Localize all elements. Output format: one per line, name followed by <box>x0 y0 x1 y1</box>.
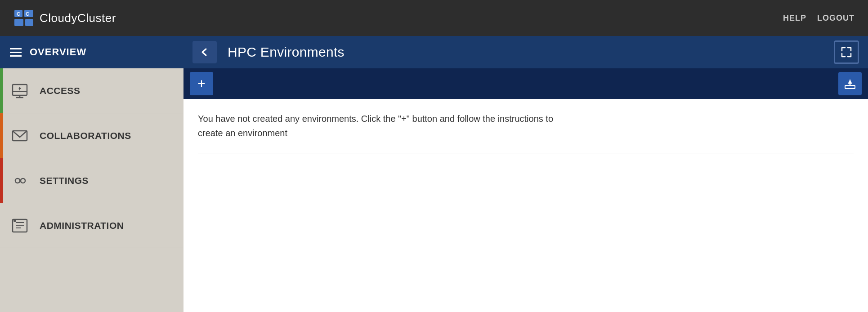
settings-label: SETTINGS <box>40 175 89 186</box>
accent-collaborations <box>0 113 3 158</box>
content-divider <box>198 153 854 153</box>
accent-administration <box>0 203 3 248</box>
collaborations-label: COLLABORATIONS <box>40 130 131 141</box>
hamburger-line-3 <box>10 55 22 57</box>
access-label: ACCESS <box>40 85 81 96</box>
sidebar-overview[interactable]: OVERVIEW <box>0 36 183 68</box>
overview-label: OVERVIEW <box>30 46 86 58</box>
sidebar-item-administration[interactable]: ADMINISTRATION <box>0 203 183 248</box>
collaborations-icon <box>10 126 30 146</box>
sidebar-item-access[interactable]: ACCESS <box>0 68 183 113</box>
add-environment-button[interactable]: + <box>190 72 213 95</box>
back-button[interactable] <box>192 41 217 63</box>
access-icon <box>10 81 30 101</box>
help-link[interactable]: HELP <box>783 13 806 23</box>
expand-button[interactable] <box>834 40 859 64</box>
sidebar-item-settings[interactable]: SETTINGS <box>0 158 183 203</box>
svg-point-12 <box>15 178 20 183</box>
svg-text:C: C <box>17 11 20 17</box>
sidebar-nav: ACCESS COLLABORATIONS <box>0 68 183 312</box>
upload-button[interactable] <box>838 72 862 95</box>
hamburger-icon[interactable] <box>10 48 22 57</box>
sidebar-item-collaborations[interactable]: COLLABORATIONS <box>0 113 183 158</box>
brand: C C CloudyCluster <box>13 9 116 27</box>
hamburger-line-1 <box>10 48 22 49</box>
brand-logo: C C <box>13 9 34 27</box>
svg-text:C: C <box>26 11 29 17</box>
sidebar: OVERVIEW ACCESS <box>0 36 183 312</box>
svg-rect-2 <box>14 19 23 26</box>
settings-icon <box>10 171 30 191</box>
navbar: C C CloudyCluster HELP LOGOUT <box>0 0 868 36</box>
hamburger-line-2 <box>10 52 22 53</box>
accent-access <box>0 68 3 113</box>
svg-point-18 <box>13 219 16 222</box>
content-area: HPC Environments + <box>183 36 868 312</box>
brand-name: CloudyCluster <box>40 11 116 25</box>
content-header: HPC Environments <box>183 36 868 68</box>
administration-label: ADMINISTRATION <box>40 220 124 231</box>
content-body: You have not created any environments. C… <box>183 99 868 312</box>
logout-link[interactable]: LOGOUT <box>817 13 855 23</box>
content-header-left: HPC Environments <box>192 41 345 63</box>
administration-icon <box>10 216 30 236</box>
navbar-links: HELP LOGOUT <box>783 13 855 23</box>
svg-point-13 <box>21 178 25 183</box>
content-toolbar: + <box>183 68 868 99</box>
svg-rect-3 <box>25 19 33 26</box>
content-title: HPC Environments <box>228 45 345 60</box>
accent-settings <box>0 158 3 203</box>
main-layout: OVERVIEW ACCESS <box>0 36 868 312</box>
empty-message: You have not created any environments. C… <box>198 111 567 140</box>
